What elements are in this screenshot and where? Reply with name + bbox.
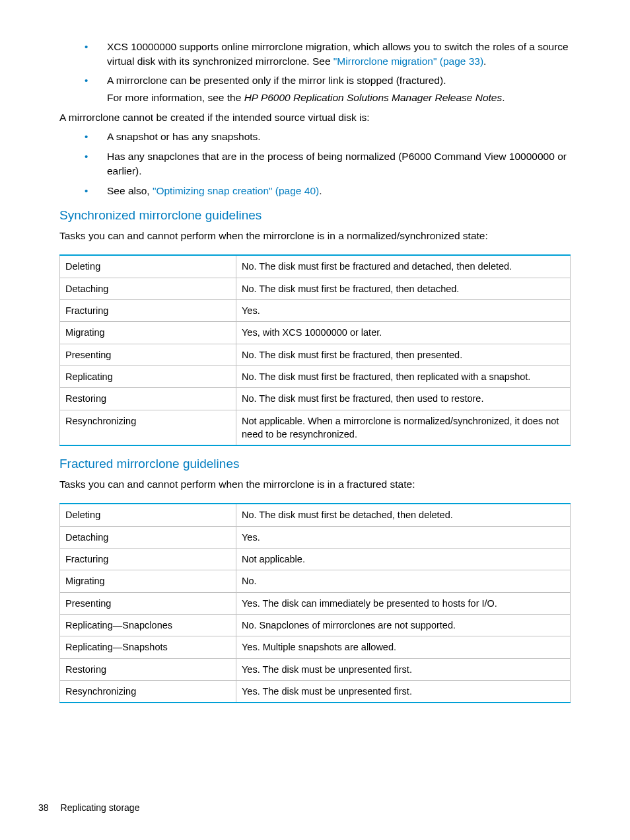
table-row: PresentingYes. The disk can immediately …	[60, 592, 571, 614]
table-row: ResynchronizingYes. The disk must be unp…	[60, 680, 571, 703]
table-row: DetachingYes.	[60, 526, 571, 548]
fractured-table-body: DeletingNo. The disk must first be detac…	[60, 504, 571, 703]
page: XCS 10000000 supports online mirrorclone…	[0, 0, 630, 840]
section-heading-sync: Synchronized mirrorclone guidelines	[59, 207, 571, 225]
task-cell: Presenting	[60, 592, 236, 614]
desc-cell: Yes. The disk must be unpresented first.	[236, 658, 571, 680]
bullet-text-post: .	[483, 56, 486, 67]
table-row: DetachingNo. The disk must first be frac…	[60, 278, 571, 299]
desc-cell: Yes. Multiple snapshots are allowed.	[236, 636, 571, 658]
cross-ref-link[interactable]: "Optimizing snap creation" (page 40)	[153, 185, 319, 196]
table-row: PresentingNo. The disk must first be fra…	[60, 344, 571, 365]
more-info-post: .	[502, 92, 505, 103]
desc-cell: Not applicable.	[236, 549, 571, 570]
task-cell: Migrating	[60, 570, 236, 592]
doc-title-italic: HP P6000 Replication Solutions Manager R…	[244, 92, 503, 103]
table-row: RestoringNo. The disk must first be frac…	[60, 388, 571, 410]
desc-cell: Yes.	[236, 526, 571, 548]
task-cell: Fracturing	[60, 300, 236, 322]
table-row: DeletingNo. The disk must first be detac…	[60, 504, 571, 526]
sync-table-body: DeletingNo. The disk must first be fract…	[60, 255, 571, 445]
bullet-text: A mirrorclone can be presented only if t…	[107, 75, 446, 86]
desc-cell: No. Snapclones of mirrorclones are not s…	[236, 614, 571, 636]
desc-cell: No. The disk must first be fractured, th…	[236, 365, 571, 387]
desc-cell: No. The disk must first be fractured, th…	[236, 388, 571, 410]
list-item: Has any snapclones that are in the proce…	[79, 149, 571, 178]
top-bullet-list: XCS 10000000 supports online mirrorclone…	[79, 40, 571, 105]
task-cell: Detaching	[60, 526, 236, 548]
desc-cell: Yes.	[236, 300, 571, 322]
bullet-text-post: .	[319, 185, 322, 196]
task-cell: Deleting	[60, 255, 236, 278]
desc-cell: Not applicable. When a mirrorclone is no…	[236, 410, 571, 445]
table-row: FracturingNot applicable.	[60, 549, 571, 570]
table-row: DeletingNo. The disk must first be fract…	[60, 255, 571, 278]
bullet-text: Has any snapclones that are in the proce…	[107, 151, 567, 176]
desc-cell: Yes. The disk can immediately be present…	[236, 592, 571, 614]
task-cell: Presenting	[60, 344, 236, 365]
table-row: ReplicatingNo. The disk must first be fr…	[60, 365, 571, 387]
page-number: 38	[38, 802, 49, 813]
section-intro-fractured: Tasks you can and cannot perform when th…	[59, 477, 571, 492]
desc-cell: No. The disk must first be fractured, th…	[236, 278, 571, 299]
desc-cell: No. The disk must first be fractured, th…	[236, 344, 571, 365]
cross-ref-link[interactable]: "Mirrorclone migration" (page 33)	[333, 56, 483, 67]
footer-title: Replicating storage	[61, 802, 140, 813]
task-cell: Replicating—Snapclones	[60, 614, 236, 636]
task-cell: Deleting	[60, 504, 236, 526]
list-item: A mirrorclone can be presented only if t…	[79, 73, 571, 104]
more-info-line: For more information, see the HP P6000 R…	[107, 91, 571, 105]
task-cell: Restoring	[60, 388, 236, 410]
bullet-text: See also,	[107, 185, 153, 196]
desc-cell: Yes. The disk must be unpresented first.	[236, 680, 571, 703]
table-row: Replicating—SnapclonesNo. Snapclones of …	[60, 614, 571, 636]
task-cell: Fracturing	[60, 549, 236, 570]
task-cell: Migrating	[60, 322, 236, 344]
table-row: FracturingYes.	[60, 300, 571, 322]
more-info-pre: For more information, see the	[107, 92, 244, 103]
list-item: See also, "Optimizing snap creation" (pa…	[79, 184, 571, 198]
table-row: RestoringYes. The disk must be unpresent…	[60, 658, 571, 680]
table-row: MigratingNo.	[60, 570, 571, 592]
content-area: XCS 10000000 supports online mirrorclone…	[79, 40, 571, 703]
section-intro-sync: Tasks you can and cannot perform when th…	[59, 229, 571, 243]
sync-guidelines-table: DeletingNo. The disk must first be fract…	[59, 254, 571, 446]
cannot-bullet-list: A snapshot or has any snapshots. Has any…	[79, 130, 571, 198]
fractured-guidelines-table: DeletingNo. The disk must first be detac…	[59, 503, 571, 703]
task-cell: Replicating—Snapshots	[60, 636, 236, 658]
task-cell: Restoring	[60, 658, 236, 680]
list-item: XCS 10000000 supports online mirrorclone…	[79, 40, 571, 68]
desc-cell: No.	[236, 570, 571, 592]
table-row: MigratingYes, with XCS 10000000 or later…	[60, 322, 571, 344]
table-row: ResynchronizingNot applicable. When a mi…	[60, 410, 571, 445]
task-cell: Replicating	[60, 365, 236, 387]
task-cell: Resynchronizing	[60, 680, 236, 703]
desc-cell: No. The disk must first be detached, the…	[236, 504, 571, 526]
task-cell: Resynchronizing	[60, 410, 236, 445]
page-footer: 38Replicating storage	[38, 802, 139, 815]
desc-cell: No. The disk must first be fractured and…	[236, 255, 571, 278]
list-item: A snapshot or has any snapshots.	[79, 130, 571, 144]
task-cell: Detaching	[60, 278, 236, 299]
section-heading-fractured: Fractured mirrorclone guidelines	[59, 455, 571, 473]
table-row: Replicating—SnapshotsYes. Multiple snaps…	[60, 636, 571, 658]
cannot-create-intro: A mirrorclone cannot be created if the i…	[59, 110, 571, 125]
desc-cell: Yes, with XCS 10000000 or later.	[236, 322, 571, 344]
bullet-text: A snapshot or has any snapshots.	[107, 131, 261, 142]
